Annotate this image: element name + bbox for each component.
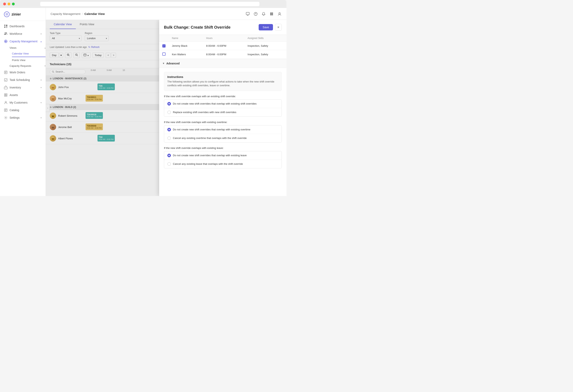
content-area: ‹ Calendar View Points View Task Type Al… bbox=[46, 20, 286, 196]
notification-icon[interactable] bbox=[261, 12, 266, 16]
overlay-content: Name Hours Assigned Skills ✓ bbox=[159, 35, 286, 196]
radio-group-shift: Do not create new shift overrides that o… bbox=[164, 99, 282, 117]
header-icons bbox=[246, 12, 282, 16]
override-section-leave: If the new shift override overlaps with … bbox=[164, 147, 282, 168]
table-head: Name Hours Assigned Skills bbox=[159, 35, 286, 42]
check-icon: ✓ bbox=[163, 45, 165, 47]
save-button[interactable]: Save bbox=[259, 24, 273, 30]
radio-no-overlap-overtime[interactable]: Do not create new shift overrides that o… bbox=[164, 125, 282, 134]
radio-label-no-overlap-shift: Do not create new shift overrides that o… bbox=[173, 102, 257, 105]
checkbox-cell-jeremy[interactable]: ✓ bbox=[159, 42, 169, 50]
svg-point-4 bbox=[5, 33, 6, 34]
radio-unselected-icon bbox=[167, 111, 171, 114]
settings-icon bbox=[4, 116, 8, 119]
overlay-panel: Bulk Change: Create Shift Override Save … bbox=[159, 20, 286, 196]
hours-ken: 8:00AM - 6:00PM bbox=[203, 50, 244, 59]
col-hours: Hours bbox=[203, 35, 244, 42]
svg-point-21 bbox=[279, 13, 280, 14]
logo-text: zinier bbox=[12, 12, 21, 17]
breadcrumb-separator: / bbox=[82, 12, 83, 16]
sidebar-item-assets[interactable]: Assets bbox=[0, 91, 46, 99]
radio-group-leave: Do not create new shift overrides that o… bbox=[164, 151, 282, 168]
overlay-header: Bulk Change: Create Shift Override Save … bbox=[159, 20, 286, 35]
radio-unselected-icon bbox=[167, 162, 171, 166]
svg-rect-18 bbox=[246, 12, 249, 15]
svg-rect-10 bbox=[4, 87, 7, 89]
radio-label-replace-shift: Replace existing shift overrides with ne… bbox=[173, 111, 236, 114]
radio-selected-icon bbox=[167, 128, 171, 131]
help-icon[interactable] bbox=[253, 12, 258, 16]
instructions-text: The following section allows you to conf… bbox=[167, 80, 278, 87]
sidebar-item-my-customers[interactable]: My Customers ▾ bbox=[0, 99, 46, 106]
advanced-header[interactable]: ▼ Advanced bbox=[159, 59, 286, 68]
sidebar-item-points-view[interactable]: Points View bbox=[12, 57, 46, 63]
sidebar-item-settings[interactable]: Settings ▾ bbox=[0, 114, 46, 121]
svg-rect-1 bbox=[4, 26, 5, 28]
sidebar-item-label: Inventory bbox=[10, 86, 39, 89]
col-checkbox bbox=[159, 35, 169, 42]
radio-label-no-overlap-leave: Do not create new shift overrides that o… bbox=[173, 154, 247, 157]
workorder-icon bbox=[4, 70, 8, 74]
sidebar-item-inventory[interactable]: Inventory ▾ bbox=[0, 84, 46, 91]
table-row-jeremy-black: ✓ Jeremy Black 8:00AM - 6:00PM Inspectio… bbox=[159, 42, 286, 50]
capacity-requests-label: Capacity Requests bbox=[10, 64, 31, 68]
radio-cancel-leave[interactable]: Cancel any existing leave that overlaps … bbox=[164, 160, 282, 168]
sidebar-item-dashboards[interactable]: Dashboards bbox=[0, 22, 46, 30]
capacity-sub-nav: Views ▴ Calendar View Points View Capaci… bbox=[0, 45, 46, 68]
checkbox-ken[interactable] bbox=[162, 52, 165, 56]
checkbox-jeremy[interactable]: ✓ bbox=[162, 44, 165, 48]
sidebar-item-work-orders[interactable]: Work Orders bbox=[0, 68, 46, 76]
apps-icon[interactable] bbox=[269, 12, 274, 16]
svg-rect-3 bbox=[6, 27, 7, 28]
minimize-traffic-light[interactable] bbox=[8, 2, 10, 5]
capacity-chevron: ▴ bbox=[41, 40, 42, 43]
sidebar-item-label: My Customers bbox=[10, 101, 39, 104]
sidebar-item-workforce[interactable]: Workforce ▾ bbox=[0, 30, 46, 37]
sidebar-item-label: Dashboards bbox=[10, 25, 42, 28]
radio-no-overlap-shift[interactable]: Do not create new shift overrides that o… bbox=[164, 100, 282, 108]
customers-chevron: ▾ bbox=[41, 102, 42, 104]
radio-no-overlap-leave[interactable]: Do not create new shift overrides that o… bbox=[164, 151, 282, 160]
breadcrumb-current: Calendar View bbox=[84, 12, 105, 16]
sidebar-item-task-scheduling[interactable]: Task Scheduling ▾ bbox=[0, 76, 46, 84]
svg-point-20 bbox=[255, 15, 256, 15]
views-item[interactable]: Views ▴ bbox=[10, 45, 46, 51]
radio-selected-icon bbox=[167, 102, 171, 105]
svg-rect-13 bbox=[4, 95, 6, 96]
svg-rect-0 bbox=[4, 25, 5, 26]
sidebar-item-catalog[interactable]: Catalog bbox=[0, 106, 46, 114]
close-button[interactable]: × bbox=[275, 24, 282, 31]
radio-group-overtime: Do not create new shift overrides that o… bbox=[164, 125, 282, 142]
advanced-section: ▼ Advanced Instructions The following se… bbox=[159, 59, 286, 175]
address-bar[interactable] bbox=[40, 2, 259, 6]
capacity-requests-item[interactable]: Capacity Requests ▾ bbox=[10, 63, 46, 68]
main-area: Capacity Management / Calendar View bbox=[46, 8, 286, 196]
close-traffic-light[interactable] bbox=[3, 2, 6, 5]
assets-icon bbox=[4, 93, 8, 97]
advanced-chevron-icon: ▼ bbox=[162, 62, 165, 65]
radio-cancel-overtime[interactable]: Cancel any existing overtime that overla… bbox=[164, 134, 282, 142]
sidebar-item-capacity-management[interactable]: Capacity Management ▴ bbox=[0, 37, 46, 45]
maximize-traffic-light[interactable] bbox=[12, 2, 15, 5]
user-icon[interactable] bbox=[277, 12, 282, 16]
sidebar: zinier Dashboards Workforce ▾ Capacity M… bbox=[0, 8, 46, 196]
svg-rect-2 bbox=[6, 25, 7, 27]
skills-ken: Inspection, Safety bbox=[244, 50, 286, 59]
inventory-icon bbox=[4, 86, 8, 89]
chat-icon[interactable] bbox=[246, 12, 250, 16]
svg-rect-9 bbox=[4, 79, 7, 81]
svg-point-17 bbox=[5, 117, 6, 118]
sidebar-item-label: Settings bbox=[10, 116, 39, 119]
customers-icon bbox=[4, 101, 8, 104]
breadcrumb-parent: Capacity Management bbox=[51, 12, 80, 16]
override-title-leave: If the new shift override overlaps with … bbox=[164, 147, 282, 150]
sidebar-logo: zinier bbox=[0, 8, 46, 21]
top-header: Capacity Management / Calendar View bbox=[46, 8, 286, 20]
sidebar-item-label: Catalog bbox=[10, 109, 42, 112]
settings-chevron: ▾ bbox=[41, 117, 42, 119]
radio-replace-shift[interactable]: Replace existing shift overrides with ne… bbox=[164, 108, 282, 117]
sidebar-item-calendar-view[interactable]: Calendar View bbox=[12, 51, 46, 57]
logo-dots bbox=[6, 13, 8, 15]
checkbox-cell-ken[interactable] bbox=[159, 50, 169, 59]
dim-overlay bbox=[46, 20, 159, 196]
